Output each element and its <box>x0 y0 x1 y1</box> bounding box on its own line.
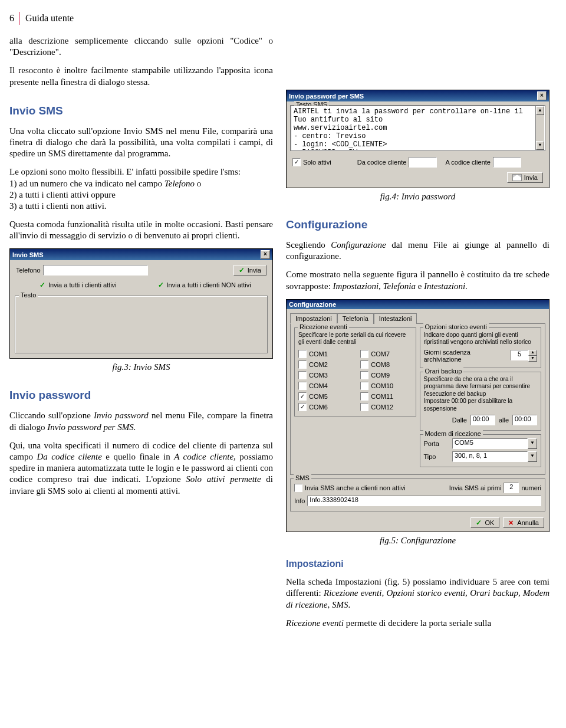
checkbox-solo-attivi[interactable]: ✓ Solo attivi <box>292 158 331 166</box>
checkbox-com9[interactable]: COM9 <box>360 371 412 379</box>
checkbox-icon <box>360 392 368 401</box>
legend: Modem di ricezione <box>423 430 483 437</box>
spinner-giorni[interactable]: 5 ▲▼ <box>511 350 537 362</box>
select-tipo[interactable]: 300, n, 8, 1▼ <box>452 451 537 462</box>
checkbox-icon <box>360 350 368 358</box>
label-telefono: Telefono <box>16 267 41 274</box>
close-icon[interactable]: × <box>537 91 547 100</box>
checkbox-com5[interactable]: ✓COM5 <box>298 392 350 401</box>
checkbox-icon: ✓ <box>298 392 307 401</box>
checkbox-com1[interactable]: COM1 <box>298 350 350 358</box>
label: Giorni scadenza archiviazione <box>424 349 509 363</box>
invia-non-attivi-button[interactable]: Invia a tutti i clienti NON attivi <box>158 281 251 288</box>
heading-invio-password: Invio password <box>9 389 273 402</box>
checkbox-icon: ✓ <box>298 403 307 411</box>
config-para-1: Scegliendo Configurazione dal menu File … <box>286 240 549 262</box>
tab-telefonia[interactable]: Telefonia <box>337 313 374 324</box>
input-info[interactable]: Info.3338902418 <box>307 496 541 506</box>
fieldset-opzioni-storico: Opzioni storico eventi Indicare dopo qua… <box>420 327 542 368</box>
check-icon <box>40 282 46 288</box>
text-italic: Orari backup <box>470 588 518 598</box>
chevron-down-icon[interactable]: ▼ <box>528 451 537 462</box>
checkbox-com6[interactable]: ✓COM6 <box>298 403 350 411</box>
input-dalle[interactable]: 00:00 <box>470 415 495 425</box>
checkbox-label: Solo attivi <box>303 159 331 166</box>
checkbox-icon <box>360 360 368 369</box>
label-alle: alle <box>499 417 509 424</box>
checkbox-com8[interactable]: COM8 <box>360 360 412 369</box>
legend: Ricezione eventi <box>298 323 349 330</box>
select-porta[interactable]: COM5▼ <box>452 438 537 449</box>
spin-down-icon[interactable]: ▼ <box>528 356 537 362</box>
label-dalle: Dalle <box>452 417 467 424</box>
text-line: - login: <COD_CLIENTE> <box>294 140 536 149</box>
right-column: Invio password per SMS × Testo SMS AIRTE… <box>286 35 549 629</box>
desc: Indicare dopo quanti giorni gli eventi r… <box>424 332 538 346</box>
label: COM1 <box>309 350 328 358</box>
checkbox-com12[interactable]: COM12 <box>360 403 412 411</box>
input-telefono[interactable] <box>43 265 148 276</box>
input-da-codice[interactable] <box>409 157 437 168</box>
input-a-codice[interactable] <box>493 157 521 168</box>
invia-button[interactable]: Invia <box>507 172 543 183</box>
textarea-sms-body[interactable]: AIRTEL ti invia la password per controll… <box>291 106 545 150</box>
label: COM11 <box>371 393 393 400</box>
scroll-down-icon[interactable]: ▼ <box>536 141 544 150</box>
text-italic: Da codice cliente <box>37 452 101 461</box>
spin-up-icon[interactable]: ▲ <box>528 350 537 356</box>
chevron-down-icon[interactable]: ▼ <box>528 438 537 449</box>
spinner-value[interactable]: 5 <box>511 350 528 360</box>
close-icon[interactable]: × <box>261 250 270 259</box>
checkbox-com11[interactable]: COM11 <box>360 392 412 401</box>
checkbox-com2[interactable]: COM2 <box>298 360 350 369</box>
dialog-invio-password: Invio password per SMS × Testo SMS AIRTE… <box>286 90 549 188</box>
tab-impostazioni[interactable]: Impostazioni <box>290 313 337 324</box>
text: . <box>465 281 468 291</box>
checkbox-icon <box>360 403 368 411</box>
dialog-title: Configurazione <box>289 301 336 308</box>
input-alle[interactable]: 00:00 <box>512 415 537 425</box>
scroll-up-icon[interactable]: ▲ <box>536 106 544 115</box>
annulla-button[interactable]: Annulla <box>503 517 544 528</box>
input-primi[interactable]: 2 <box>504 483 519 493</box>
checkbox-com10[interactable]: COM10 <box>360 382 412 390</box>
checkbox-sms-non-attivi[interactable]: Invia SMS anche a clienti non attivi <box>294 484 406 492</box>
caption-fig3: fig.3: Invio SMS <box>9 362 273 372</box>
text: e quello finale in <box>102 452 174 461</box>
label: COM8 <box>371 361 390 368</box>
checkbox-icon <box>360 382 368 390</box>
group-testo: Testo <box>15 296 268 353</box>
scrollbar[interactable]: ▲ ▼ <box>535 106 544 150</box>
text: 1) ad un numero che va indicato nel camp… <box>9 179 164 188</box>
header-title: Guida utente <box>25 13 74 24</box>
legend: Orari backup <box>423 368 464 375</box>
checkbox-com7[interactable]: COM7 <box>360 350 412 358</box>
checkbox-com4[interactable]: COM4 <box>298 382 350 390</box>
button-label: Annulla <box>517 519 539 526</box>
check-icon <box>239 267 245 274</box>
text-italic: A codice cliente, <box>174 452 236 461</box>
label: COM9 <box>371 372 390 379</box>
text: . <box>348 600 350 609</box>
text-italic: Invio password <box>94 411 149 420</box>
fieldset-ricezione: Ricezione eventi Specificare le porte se… <box>294 327 416 417</box>
label: Invia SMS anche a clienti non attivi <box>305 484 406 491</box>
label-a-codice: A codice cliente <box>445 159 490 166</box>
label: COM10 <box>371 382 393 389</box>
checkbox-icon <box>294 484 302 492</box>
text: , <box>518 588 523 598</box>
select-value: 300, n, 8, 1 <box>452 451 528 462</box>
checkbox-icon: ✓ <box>292 158 301 166</box>
invio-sms-list-2: 2) a tutti i clienti attivi oppure <box>9 189 273 201</box>
checkbox-com3[interactable]: COM3 <box>298 371 350 379</box>
text-italic: Telefonia <box>383 281 416 291</box>
dialog-title: Invio password per SMS <box>289 93 364 100</box>
tab-intestazioni[interactable]: Intestazioni <box>374 313 417 324</box>
invia-button[interactable]: Invia <box>233 265 266 276</box>
caption-fig4: fig.4: Invio password <box>286 192 549 202</box>
envelope-icon <box>512 174 522 181</box>
label-porta: Porta <box>424 440 439 447</box>
invia-attivi-button[interactable]: Invia a tutti i clienti attivi <box>40 281 117 288</box>
invio-sms-list-3: 3) a tutti i clienti non attivi. <box>9 201 273 212</box>
ok-button[interactable]: OK <box>470 517 499 528</box>
